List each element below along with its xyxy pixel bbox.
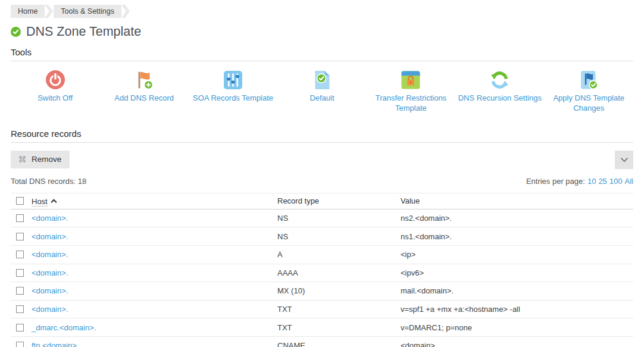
record-value-cell: ns1.<domain>. xyxy=(401,232,633,241)
host-column-sort-link[interactable]: Host xyxy=(32,197,48,207)
remove-button[interactable]: Remove xyxy=(11,151,70,168)
tool-label: Switch Off xyxy=(37,93,73,104)
tool-transfer-restrictions-template[interactable]: Transfer Restrictions Template xyxy=(367,70,455,114)
power-off-icon xyxy=(45,70,65,90)
lock-panel-icon xyxy=(401,70,421,90)
tools-row: Switch Off Add DNS Record xyxy=(11,70,633,114)
page-title: DNS Zone Template xyxy=(26,24,141,39)
tool-switch-off[interactable]: Switch Off xyxy=(11,70,99,114)
tool-label: DNS Recursion Settings xyxy=(458,93,542,104)
flag-add-icon xyxy=(134,70,154,90)
table-row: <domain>. NS ns1.<domain>. xyxy=(11,227,633,246)
record-type-cell: AAAA xyxy=(277,268,401,277)
row-checkbox[interactable] xyxy=(16,233,24,240)
host-link[interactable]: _dmarc.<domain>. xyxy=(32,323,96,332)
records-section-heading: Resource records xyxy=(11,129,633,143)
record-type-cell: A xyxy=(277,250,401,259)
entries-option-100[interactable]: 100 xyxy=(609,177,623,186)
table-row: <domain>. MX (10) mail.<domain>. xyxy=(11,282,633,301)
row-checkbox[interactable] xyxy=(16,269,24,277)
tool-default[interactable]: Default xyxy=(277,70,366,114)
record-value-cell: v=spf1 +a +mx +a:<hostname> -all xyxy=(401,305,633,314)
tool-apply-dns-template-changes[interactable]: Apply DNS Template Changes xyxy=(545,70,633,114)
table-row: <domain>. A <ip> xyxy=(11,246,633,264)
record-type-cell: TXT xyxy=(277,305,401,314)
record-type-cell: CNAME xyxy=(277,341,401,347)
flag-check-icon xyxy=(579,70,599,90)
tool-label: SOA Records Template xyxy=(193,93,273,104)
table-header-row: Host Record type Value xyxy=(11,193,633,210)
entries-per-page: Entries per page:1025100All xyxy=(526,177,633,186)
breadcrumb-home[interactable]: Home xyxy=(11,5,45,18)
host-link[interactable]: <domain>. xyxy=(32,232,68,241)
record-value-cell: v=DMARC1; p=none xyxy=(401,323,633,332)
total-records-label: Total DNS records: 18 xyxy=(11,177,86,186)
row-checkbox[interactable] xyxy=(16,305,24,313)
tool-soa-records-template[interactable]: SOA Records Template xyxy=(189,70,277,114)
host-link[interactable]: <domain>. xyxy=(32,268,68,277)
entries-option-all[interactable]: All xyxy=(625,177,633,186)
breadcrumb-arrow-icon xyxy=(121,5,130,18)
value-column-header: Value xyxy=(401,196,633,205)
table-row: <domain>. NS ns2.<domain>. xyxy=(11,210,633,228)
total-records-count: 18 xyxy=(78,177,86,186)
record-type-cell: NS xyxy=(277,214,401,223)
record-type-cell: TXT xyxy=(277,323,401,332)
document-check-icon xyxy=(312,70,332,90)
record-value-cell: mail.<domain>. xyxy=(401,286,633,295)
record-type-cell: NS xyxy=(277,232,401,241)
entries-option-25[interactable]: 25 xyxy=(598,177,607,186)
tools-section-heading: Tools xyxy=(11,47,633,61)
host-link[interactable]: <domain>. xyxy=(32,305,68,314)
chevron-down-icon xyxy=(620,157,629,162)
resource-records-table: Host Record type Value <domain>. NS ns2.… xyxy=(11,193,633,347)
select-all-checkbox[interactable] xyxy=(16,197,24,205)
row-checkbox[interactable] xyxy=(16,342,24,347)
record-value-cell: <ipv6> xyxy=(401,268,633,277)
entries-option-10[interactable]: 10 xyxy=(587,177,596,186)
tool-label: Apply DNS Template Changes xyxy=(545,93,633,114)
row-checkbox[interactable] xyxy=(16,287,24,295)
breadcrumb: Home Tools & Settings xyxy=(11,5,633,18)
record-type-cell: MX (10) xyxy=(277,286,401,295)
record-type-column-header: Record type xyxy=(277,196,401,205)
host-link[interactable]: <domain>. xyxy=(32,250,68,259)
host-link[interactable]: ftp.<domain>. xyxy=(32,341,79,347)
tool-label: Transfer Restrictions Template xyxy=(367,93,455,114)
table-row: <domain>. TXT v=spf1 +a +mx +a:<hostname… xyxy=(11,301,633,319)
tool-dns-recursion-settings[interactable]: DNS Recursion Settings xyxy=(455,70,544,114)
sliders-icon xyxy=(223,70,243,90)
remove-button-label: Remove xyxy=(32,155,61,164)
row-checkbox[interactable] xyxy=(16,251,24,258)
entries-per-page-label: Entries per page: xyxy=(526,177,585,186)
host-link[interactable]: <domain>. xyxy=(32,286,68,295)
breadcrumb-tools-settings[interactable]: Tools & Settings xyxy=(54,5,121,18)
refresh-arrows-icon xyxy=(490,70,510,90)
records-toolbar: Remove xyxy=(11,151,633,169)
status-check-circle-icon xyxy=(11,27,21,37)
tool-add-dns-record[interactable]: Add DNS Record xyxy=(99,70,188,114)
record-value-cell: <ip> xyxy=(401,250,633,259)
toolbar-more-button[interactable] xyxy=(615,151,633,169)
host-link[interactable]: <domain>. xyxy=(32,214,68,223)
table-row: ftp.<domain>. CNAME <domain>. xyxy=(11,337,633,347)
row-checkbox[interactable] xyxy=(16,214,24,222)
record-value-cell: <domain>. xyxy=(401,341,633,347)
record-value-cell: ns2.<domain>. xyxy=(401,214,633,223)
sort-asc-caret-icon xyxy=(51,196,57,205)
tool-label: Add DNS Record xyxy=(114,93,174,104)
tool-label: Default xyxy=(310,93,334,104)
row-checkbox[interactable] xyxy=(16,324,24,332)
table-row: _dmarc.<domain>. TXT v=DMARC1; p=none xyxy=(11,318,633,337)
table-row: <domain>. AAAA <ipv6> xyxy=(11,264,633,283)
remove-x-icon xyxy=(17,154,27,164)
breadcrumb-arrow-icon xyxy=(45,5,54,18)
